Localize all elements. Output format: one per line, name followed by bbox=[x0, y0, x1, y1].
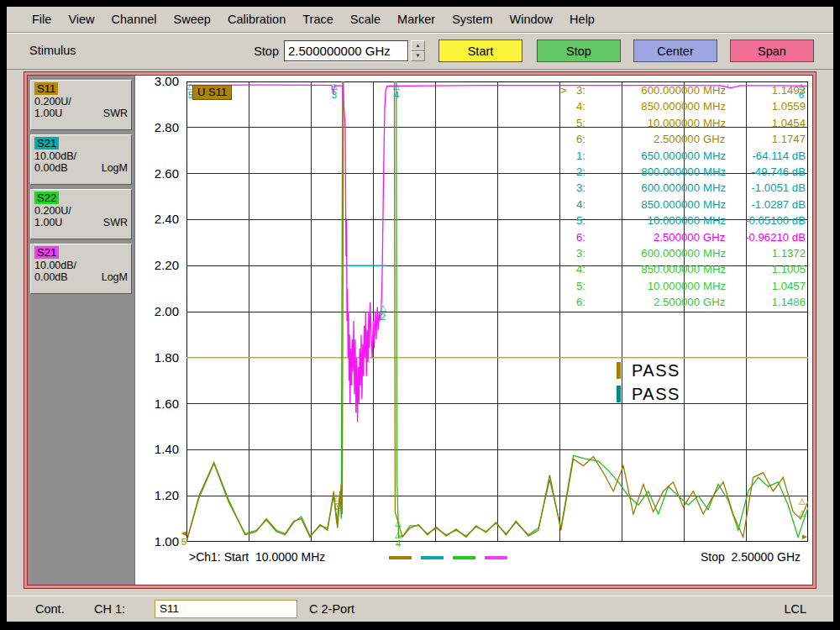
marker-readout-row-9: 5:10.000000MHz-0.05100 dB bbox=[560, 213, 806, 228]
y-tick-2.20: 2.20 bbox=[135, 258, 179, 273]
marker-value: 1.0559 bbox=[732, 98, 806, 114]
menu-item-system[interactable]: System bbox=[444, 13, 501, 26]
menu-item-marker[interactable]: Marker bbox=[389, 13, 444, 26]
trace-button-2-s21[interactable]: S2110.00dB/0.00dBLogM bbox=[30, 134, 132, 185]
y-tick-3.00: 3.00 bbox=[135, 74, 179, 89]
marker-number: 4: bbox=[569, 197, 585, 213]
marker-glyph-△-8: △ bbox=[395, 518, 402, 528]
marker-number: 3: bbox=[569, 245, 585, 261]
marker-frequency: 850.000000 bbox=[585, 261, 700, 277]
y-tick-2.80: 2.80 bbox=[135, 120, 179, 135]
stimulus-toolbar: Stimulus Stop ▲ ▼ StartStopCenterSpan bbox=[7, 33, 833, 70]
trace-ref-label: 1.00U bbox=[34, 217, 62, 228]
marker-readout-row-10: 6:2.500000GHz-0.96210 dB bbox=[560, 229, 806, 245]
stop-frequency-input[interactable] bbox=[284, 40, 408, 61]
menu-item-channel[interactable]: Channel bbox=[103, 13, 165, 26]
trace-ref-format-row: 1.00USWR bbox=[34, 217, 128, 228]
marker-frequency-unit: GHz bbox=[703, 229, 732, 245]
start-button[interactable]: Start bbox=[438, 39, 522, 62]
marker-active-prefix bbox=[560, 148, 569, 164]
marker-frequency-unit: MHz bbox=[703, 148, 732, 164]
trace-button-4-s21[interactable]: S2110.00dB/0.00dBLogM bbox=[30, 244, 132, 294]
trace-format-label: LogM bbox=[102, 162, 128, 174]
marker-frequency: 10.000000 bbox=[585, 213, 700, 228]
legend-dash-3 bbox=[453, 556, 475, 559]
marker-frequency: 10.000000 bbox=[585, 278, 700, 294]
marker-frequency-unit: MHz bbox=[703, 278, 732, 294]
menu-item-trace[interactable]: Trace bbox=[294, 13, 342, 26]
marker-value: 1.1372 bbox=[732, 245, 806, 261]
trace-name-chip: S11 bbox=[34, 82, 58, 95]
marker-glyph-3-1: △3 bbox=[331, 81, 338, 100]
menu-item-file[interactable]: File bbox=[24, 13, 60, 26]
marker-frequency: 850.000000 bbox=[585, 98, 700, 114]
marker-frequency: 600.000000 bbox=[585, 82, 700, 98]
menu-item-sweep[interactable]: Sweep bbox=[165, 13, 219, 26]
menu-item-help[interactable]: Help bbox=[561, 13, 603, 26]
trace-button-3-s22[interactable]: S220.200U/1.00USWR bbox=[30, 189, 132, 239]
stimulus-label: Stimulus bbox=[29, 44, 76, 57]
trace-button-1-s11[interactable]: S110.200U/1.00USWR bbox=[30, 80, 132, 130]
trace-scale-label: 10.00dB/ bbox=[34, 150, 128, 162]
marker-frequency: 600.000000 bbox=[585, 180, 700, 196]
marker-active-prefix bbox=[560, 115, 569, 131]
span-button[interactable]: Span bbox=[730, 39, 814, 62]
stop-button[interactable]: Stop bbox=[537, 39, 621, 62]
spin-down-button[interactable]: ▼ bbox=[411, 51, 425, 62]
marker-readout-row-3: 5:10.000000MHz1.0454 bbox=[560, 115, 806, 131]
marker-value: -1.0051 dB bbox=[732, 180, 806, 196]
marker-number-label: 2 bbox=[381, 312, 386, 322]
channel-label: CH 1: bbox=[94, 602, 125, 616]
y-tick-1.20: 1.20 bbox=[135, 488, 179, 503]
menu-item-view[interactable]: View bbox=[60, 13, 102, 26]
marker-symbol: ► bbox=[801, 532, 809, 541]
y-tick-2.40: 2.40 bbox=[135, 212, 179, 227]
stop-field-label: Stop bbox=[249, 45, 279, 58]
marker-frequency-unit: MHz bbox=[703, 213, 732, 228]
marker-value: -0.96210 dB bbox=[732, 229, 806, 245]
center-button[interactable]: Center bbox=[633, 39, 717, 62]
marker-value: 1.1747 bbox=[732, 131, 806, 147]
trace-format-label: SWR bbox=[103, 108, 128, 119]
marker-active-prefix bbox=[560, 213, 569, 228]
trace-name-chip: S21 bbox=[34, 137, 59, 150]
marker-frequency-unit: MHz bbox=[703, 197, 732, 213]
marker-active-prefix bbox=[560, 261, 569, 277]
marker-readout-row-6: 2:800.000000MHz-49.746 dB bbox=[560, 164, 806, 180]
marker-readout-row-13: 5:10.000000MHz1.0457 bbox=[560, 278, 806, 294]
marker-number: 5: bbox=[569, 115, 585, 131]
marker-active-prefix bbox=[560, 245, 569, 261]
status-bar: Cont. CH 1: S11 C 2-Port LCL bbox=[7, 596, 833, 622]
trace-scale-label: 0.200U/ bbox=[34, 96, 128, 108]
lcl-indicator: LCL bbox=[784, 602, 806, 616]
trace-format-label: LogM bbox=[102, 271, 128, 283]
pass-label: PASS bbox=[632, 385, 680, 404]
marker-frequency-unit: MHz bbox=[703, 115, 732, 131]
marker-active-prefix bbox=[560, 164, 569, 180]
marker-number: 6: bbox=[569, 131, 585, 147]
spin-up-button[interactable]: ▲ bbox=[411, 40, 425, 51]
menu-item-scale[interactable]: Scale bbox=[342, 13, 389, 26]
marker-active-prefix: > bbox=[560, 82, 569, 98]
marker-readout-row-8: 4:850.000000MHz-1.0287 dB bbox=[560, 197, 806, 213]
marker-frequency-unit: MHz bbox=[703, 180, 732, 196]
marker-value: -49.746 dB bbox=[732, 164, 806, 180]
marker-frequency-unit: MHz bbox=[703, 82, 732, 98]
marker-glyph-△-11: △ bbox=[799, 508, 806, 517]
y-tick-1.40: 1.40 bbox=[135, 442, 179, 457]
sweep-status-label: Cont. bbox=[35, 602, 65, 616]
trace-scale-label: 0.200U/ bbox=[34, 205, 128, 217]
marker-active-prefix bbox=[560, 229, 569, 245]
menu-item-calibration[interactable]: Calibration bbox=[219, 13, 294, 26]
legend-dash-2 bbox=[421, 556, 444, 559]
pass-color-bar bbox=[617, 386, 621, 402]
marker-number: 2: bbox=[569, 164, 585, 180]
marker-number: 5: bbox=[569, 213, 585, 228]
menu-item-window[interactable]: Window bbox=[501, 13, 562, 26]
marker-number: 6: bbox=[569, 294, 585, 310]
marker-number: 6: bbox=[569, 229, 585, 245]
marker-symbol: △ bbox=[799, 508, 806, 517]
trace-ref-label: 0.00dB bbox=[34, 162, 68, 174]
marker-glyph-4-2: △4 bbox=[393, 81, 400, 100]
marker-frequency-unit: MHz bbox=[703, 98, 732, 114]
